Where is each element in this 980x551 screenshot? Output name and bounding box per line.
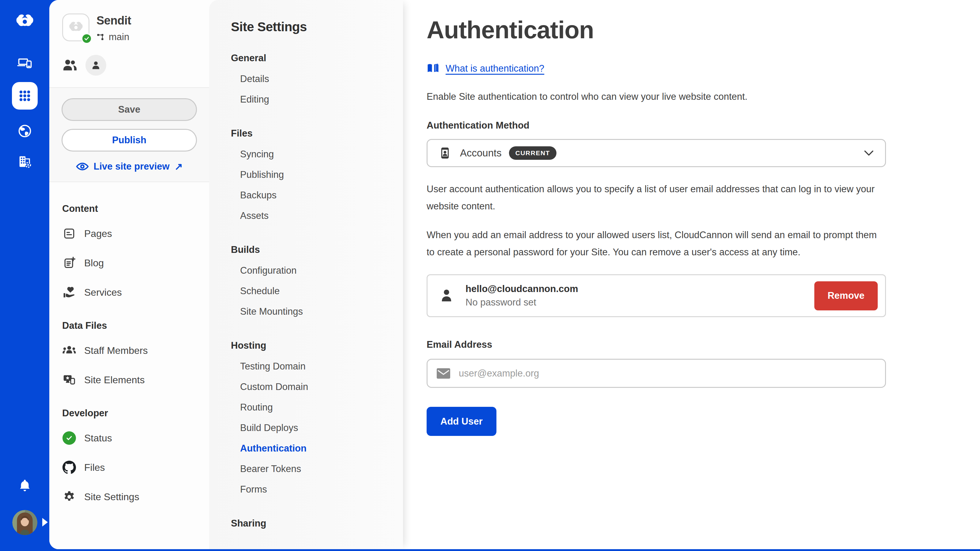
settings-nav-title: Site Settings — [231, 20, 391, 34]
settings-item-configuration[interactable]: Configuration — [231, 260, 391, 281]
sidebar-section-content: Content — [62, 198, 197, 219]
site-synced-badge-icon — [81, 33, 92, 44]
envelope-icon — [437, 368, 450, 379]
page-title: Authentication — [426, 16, 886, 44]
save-button[interactable]: Save — [62, 98, 197, 121]
settings-section-sharing: Sharing — [231, 513, 391, 534]
settings-item-routing[interactable]: Routing — [231, 397, 391, 418]
collaborators-row — [62, 55, 209, 76]
sidebar-item-site-settings[interactable]: Site Settings — [62, 482, 197, 511]
live-site-preview-label: Live site preview — [94, 161, 170, 172]
settings-item-authentication[interactable]: Authentication — [231, 438, 391, 459]
build-tools-icon[interactable] — [16, 153, 34, 171]
sidebar-item-services[interactable]: Services — [62, 278, 197, 307]
settings-item-forms[interactable]: Forms — [231, 479, 391, 500]
remove-user-button[interactable]: Remove — [814, 281, 878, 310]
body-paragraph-1: User account authentication allows you t… — [426, 181, 886, 215]
publish-button[interactable]: Publish — [62, 129, 197, 151]
branch-row[interactable]: main — [97, 32, 131, 43]
pages-icon — [62, 227, 76, 241]
allowed-user-row: hello@cloudcannon.com No password set Re… — [426, 274, 886, 317]
status-icon — [62, 431, 76, 445]
sidebar-item-staff-members[interactable]: Staff Members — [62, 336, 197, 365]
cloudcannon-logo-icon[interactable] — [15, 12, 35, 32]
site-thumbnail[interactable] — [62, 13, 89, 41]
authentication-method-label: Authentication Method — [426, 120, 886, 131]
settings-item-backups[interactable]: Backups — [231, 185, 391, 205]
team-icon[interactable] — [62, 59, 78, 72]
user-password-status: No password set — [466, 297, 578, 308]
sidebar-item-blog[interactable]: Blog — [62, 248, 197, 278]
intro-text: Enable Site authentication to control wh… — [426, 91, 886, 102]
app-rail — [0, 0, 49, 551]
eye-icon — [76, 162, 89, 171]
settings-nav: Site Settings General Details Editing Fi… — [209, 0, 403, 549]
member-avatar-icon[interactable] — [86, 55, 106, 76]
email-input[interactable] — [459, 368, 876, 379]
current-badge: CURRENT — [509, 146, 557, 160]
settings-item-assets[interactable]: Assets — [231, 205, 391, 226]
sidebar-item-pages[interactable]: Pages — [62, 219, 197, 248]
user-silhouette-icon — [439, 288, 455, 304]
settings-item-publishing[interactable]: Publishing — [231, 164, 391, 185]
settings-item-bearer-tokens[interactable]: Bearer Tokens — [231, 459, 391, 479]
sidebar-item-files[interactable]: Files — [62, 453, 197, 482]
sidebar-nav: Content Pages Bl — [49, 182, 209, 511]
settings-item-custom-domain[interactable]: Custom Domain — [231, 376, 391, 397]
settings-section-hosting: Hosting Testing Domain Custom Domain Rou… — [231, 335, 391, 500]
sidebar-section-developer: Developer — [62, 403, 197, 423]
what-is-authentication-link[interactable]: What is authentication? — [426, 63, 544, 74]
github-icon — [62, 460, 76, 475]
book-icon — [426, 63, 439, 74]
settings-section-files: Files Syncing Publishing Backups Assets — [231, 123, 391, 226]
add-user-button[interactable]: Add User — [426, 407, 496, 436]
email-input-shell — [426, 359, 886, 388]
settings-item-syncing[interactable]: Syncing — [231, 144, 391, 164]
site-name: Sendit — [97, 14, 131, 27]
settings-item-testing-domain[interactable]: Testing Domain — [231, 356, 391, 376]
git-branch-icon — [97, 32, 106, 41]
authentication-method-select[interactable]: Accounts CURRENT — [426, 139, 886, 167]
devices-icon[interactable] — [16, 54, 34, 73]
live-site-preview-link[interactable]: Live site preview ↗ — [62, 161, 197, 172]
settings-item-editing[interactable]: Editing — [231, 89, 391, 110]
bell-icon[interactable] — [16, 476, 34, 495]
settings-item-site-mountings[interactable]: Site Mountings — [231, 301, 391, 322]
gear-icon — [62, 490, 76, 504]
blog-icon — [62, 256, 76, 270]
apps-grid-icon[interactable] — [12, 82, 38, 110]
user-avatar[interactable] — [12, 510, 37, 535]
app-panel: Sendit main — [49, 0, 980, 549]
settings-item-build-deploys[interactable]: Build Deploys — [231, 418, 391, 438]
profile-area — [12, 510, 37, 535]
sidebar-item-site-elements[interactable]: Site Elements — [62, 365, 197, 395]
settings-item-details[interactable]: Details — [231, 68, 391, 89]
email-address-label: Email Address — [426, 339, 886, 350]
branch-name: main — [109, 32, 129, 43]
services-icon — [62, 285, 76, 299]
site-sidebar: Sendit main — [49, 0, 209, 549]
body-paragraph-2: When you add an email address to your al… — [426, 227, 886, 261]
save-publish-panel: Save Publish Live site preview ↗ — [49, 87, 209, 182]
selected-method: Accounts — [460, 147, 502, 159]
site-meta: Sendit main — [97, 13, 131, 43]
sidebar-item-status[interactable]: Status — [62, 423, 197, 453]
settings-section-general: General Details Editing — [231, 48, 391, 110]
expand-rail-arrow-icon[interactable] — [42, 518, 48, 527]
settings-section-builds: Builds Configuration Schedule Site Mount… — [231, 240, 391, 322]
user-email: hello@cloudcannon.com — [466, 283, 578, 294]
external-link-arrow-icon: ↗ — [175, 161, 183, 172]
account-card-icon — [438, 146, 452, 160]
staff-icon — [62, 343, 76, 357]
settings-item-schedule[interactable]: Schedule — [231, 281, 391, 301]
site-header: Sendit main — [49, 0, 209, 43]
sidebar-section-data-files: Data Files — [62, 316, 197, 336]
chevron-down-icon — [864, 150, 873, 156]
site-elements-icon — [62, 373, 76, 387]
globe-icon[interactable] — [16, 122, 34, 140]
main-content: Authentication What is authentication? E… — [403, 0, 980, 549]
